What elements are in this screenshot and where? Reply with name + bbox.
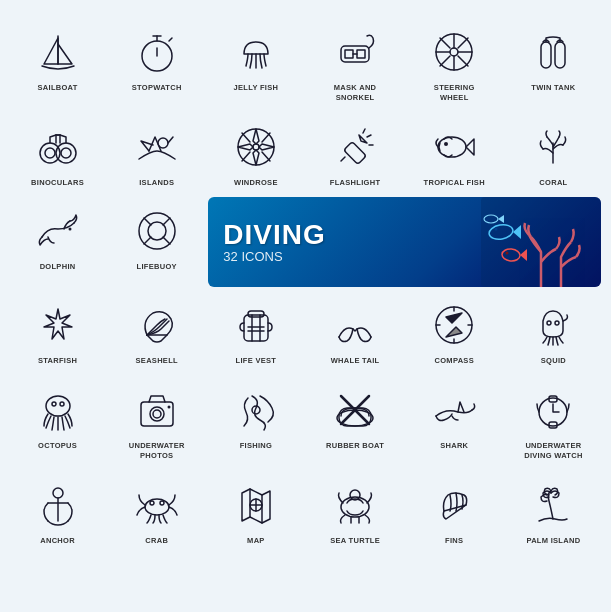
diving-banner: DIVING 32 ICONS — [208, 197, 601, 287]
lifebuoy-label: LIFEBUOY — [137, 262, 177, 272]
compass-label: COMPASS — [435, 356, 474, 366]
diving-watch-icon — [527, 384, 579, 436]
islands-icon — [131, 121, 183, 173]
icon-mask-snorkel: MASK AND SNORKEL — [307, 18, 402, 109]
svg-point-23 — [494, 228, 497, 231]
binoculars-label: BINOCULARS — [31, 178, 84, 188]
fishing-label: FISHING — [240, 441, 273, 451]
svg-rect-27 — [244, 315, 268, 341]
icon-anchor: ANCHOR — [10, 471, 105, 552]
rubber-boat-label: RUBBER BOAT — [326, 441, 384, 451]
svg-point-48 — [145, 499, 169, 515]
octopus-icon — [32, 384, 84, 436]
icon-octopus: OCTOPUS — [10, 376, 105, 467]
mask-snorkel-icon — [329, 26, 381, 78]
svg-point-37 — [153, 410, 161, 418]
svg-point-12 — [158, 138, 168, 148]
jellyfish-label: JELLY FISH — [234, 83, 279, 93]
palm-island-label: PALM ISLAND — [526, 536, 580, 546]
svg-point-46 — [53, 488, 63, 498]
svg-point-11 — [61, 148, 71, 158]
icon-diving-watch: UNDERWATER DIVING WATCH — [506, 376, 601, 467]
icon-sea-turtle: SEA TURTLE — [307, 471, 402, 552]
anchor-label: ANCHOR — [40, 536, 75, 546]
svg-rect-28 — [248, 311, 264, 317]
underwater-photos-icon — [131, 384, 183, 436]
icon-underwater-photos: UNDERWATER PHOTOS — [109, 376, 204, 467]
starfish-label: STARFISH — [38, 356, 77, 366]
svg-point-29 — [436, 307, 472, 343]
map-label: MAP — [247, 536, 265, 546]
icon-lifebuoy: LIFEBUOY — [109, 197, 204, 287]
svg-rect-35 — [141, 402, 173, 426]
icon-whale-tail: WHALE TAIL — [307, 291, 402, 372]
svg-point-25 — [505, 252, 508, 255]
icon-fins: FINS — [407, 471, 502, 552]
rubber-boat-icon — [329, 384, 381, 436]
coral-label: CORAL — [539, 178, 567, 188]
diving-text-group: DIVING 32 ICONS — [223, 221, 325, 264]
icon-flashlight: FLASHLIGHT — [307, 113, 402, 194]
coral-icon — [527, 121, 579, 173]
fins-icon — [428, 479, 480, 531]
svg-point-14 — [253, 144, 259, 150]
svg-point-10 — [45, 148, 55, 158]
svg-point-6 — [40, 143, 60, 163]
windrose-icon — [230, 121, 282, 173]
svg-point-49 — [150, 501, 154, 505]
mask-snorkel-label: MASK AND SNORKEL — [320, 83, 390, 103]
svg-point-18 — [68, 228, 71, 231]
sailboat-label: SAILBOAT — [37, 83, 77, 93]
twin-tank-label: TWIN TANK — [531, 83, 575, 93]
icon-crab: CRAB — [109, 471, 204, 552]
icon-starfish: STARFISH — [10, 291, 105, 372]
svg-point-33 — [52, 402, 56, 406]
diving-watch-label: UNDERWATER DIVING WATCH — [518, 441, 588, 461]
squid-label: SQUID — [541, 356, 566, 366]
icon-stopwatch: STOPWATCH — [109, 18, 204, 109]
svg-rect-4 — [541, 42, 551, 68]
fishing-icon — [230, 384, 282, 436]
tropical-fish-label: TROPICAL FISH — [424, 178, 485, 188]
sea-turtle-label: SEA TURTLE — [330, 536, 380, 546]
seashell-icon — [131, 299, 183, 351]
icon-compass: COMPASS — [407, 291, 502, 372]
diving-title: DIVING — [223, 221, 325, 249]
icon-shark: SHARK — [407, 376, 502, 467]
svg-point-16 — [438, 137, 466, 157]
sailboat-icon — [32, 26, 84, 78]
svg-point-3 — [450, 48, 458, 56]
diving-subtitle: 32 ICONS — [223, 249, 325, 264]
svg-point-36 — [150, 407, 164, 421]
sea-turtle-icon — [329, 479, 381, 531]
life-vest-icon — [230, 299, 282, 351]
icon-seashell: SEASHELL — [109, 291, 204, 372]
svg-rect-5 — [555, 42, 565, 68]
icon-grid: SAILBOAT STOPWATCH JELLY FISH MASK AND S… — [10, 18, 601, 551]
svg-point-31 — [555, 321, 559, 325]
compass-icon — [428, 299, 480, 351]
underwater-photos-label: UNDERWATER PHOTOS — [122, 441, 192, 461]
octopus-label: OCTOPUS — [38, 441, 77, 451]
svg-point-34 — [60, 402, 64, 406]
steering-wheel-label: STEERING WHEEL — [419, 83, 489, 103]
whale-tail-icon — [329, 299, 381, 351]
flashlight-icon — [329, 121, 381, 173]
svg-rect-15 — [344, 141, 367, 164]
banner-decoration — [401, 197, 601, 287]
flashlight-label: FLASHLIGHT — [330, 178, 381, 188]
shark-label: SHARK — [440, 441, 468, 451]
shark-icon — [428, 384, 480, 436]
tropical-fish-icon — [428, 121, 480, 173]
svg-point-32 — [46, 396, 70, 416]
icon-map: MAP — [208, 471, 303, 552]
starfish-icon — [32, 299, 84, 351]
anchor-icon — [32, 479, 84, 531]
svg-point-7 — [56, 143, 76, 163]
palm-island-icon — [527, 479, 579, 531]
icon-tropical-fish: TROPICAL FISH — [407, 113, 502, 194]
lifebuoy-icon — [131, 205, 183, 257]
svg-point-17 — [444, 142, 448, 146]
twin-tank-icon — [527, 26, 579, 78]
life-vest-label: LIFE VEST — [236, 356, 277, 366]
